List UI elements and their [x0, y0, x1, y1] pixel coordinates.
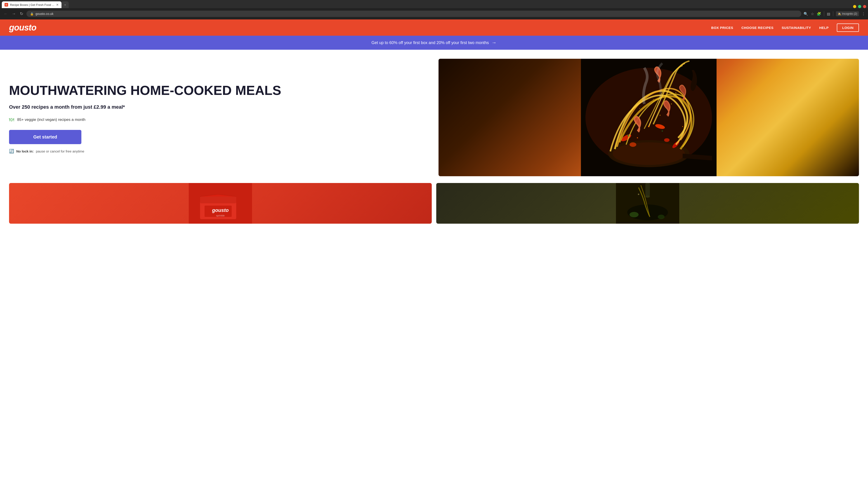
- tab-title: Recipe Boxes | Get Fresh Food ...: [10, 3, 54, 6]
- new-tab-button[interactable]: +: [61, 1, 69, 8]
- add-tab-icon: +: [64, 3, 66, 6]
- url-bar[interactable]: 🔒 gousto.co.uk: [26, 11, 801, 17]
- close-button[interactable]: [863, 5, 866, 8]
- forward-button[interactable]: →: [11, 11, 17, 17]
- tab-bar: G Recipe Boxes | Get Fresh Food ... ✕ +: [0, 0, 868, 8]
- svg-point-32: [638, 194, 639, 195]
- svg-text:gousto: gousto: [212, 207, 228, 213]
- address-bar-area: ← → ↻ 🔒 gousto.co.uk 🔍 ☆ 🧩 ▤ 🕵 Incognito…: [0, 8, 868, 20]
- menu-icon[interactable]: ⋮: [862, 12, 865, 16]
- cooking-visual: [436, 183, 859, 224]
- url-text: gousto.co.uk: [35, 12, 53, 15]
- no-lockin-detail: pause or cancel for free anytime: [36, 149, 84, 153]
- svg-point-13: [621, 122, 622, 123]
- incognito-indicator: 🕵 Incognito (2): [836, 11, 859, 16]
- website-content: gousto BOX PRICES CHOOSE RECIPES SUSTAIN…: [0, 20, 868, 228]
- lock-icon: 🔒: [30, 12, 34, 15]
- nav-links: BOX PRICES CHOOSE RECIPES SUSTAINABILITY…: [711, 24, 859, 32]
- no-lockin-bold: No lock in:: [16, 149, 34, 153]
- nav-choose-recipes[interactable]: CHOOSE RECIPES: [741, 26, 774, 30]
- maximize-button[interactable]: [858, 5, 861, 8]
- browser-window: G Recipe Boxes | Get Fresh Food ... ✕ + …: [0, 0, 868, 20]
- promo-banner[interactable]: Get up to 60% off your first box and 20%…: [0, 36, 868, 50]
- promo-text: Get up to 60% off your first box and 20%…: [371, 40, 489, 45]
- toolbar-divider-2: [833, 11, 833, 16]
- hero-food-image: [438, 59, 859, 176]
- browser-toolbar: 🔍 ☆ 🧩 ▤ 🕵 Incognito (2) ⋮: [804, 11, 865, 16]
- svg-rect-22: [200, 197, 236, 203]
- nav-box-prices[interactable]: BOX PRICES: [711, 26, 733, 30]
- tab-favicon: G: [4, 3, 8, 6]
- svg-point-11: [653, 99, 654, 100]
- svg-text:sprinkle: sprinkle: [216, 214, 225, 217]
- extensions-icon[interactable]: 🧩: [817, 12, 821, 16]
- svg-point-28: [629, 212, 639, 217]
- svg-point-16: [629, 142, 636, 147]
- feature-text: 85+ veggie (incl vegan) recipes a month: [17, 118, 86, 122]
- svg-point-7: [648, 126, 649, 127]
- gousto-box-visual: gousto sprinkle: [9, 183, 432, 224]
- site-logo[interactable]: gousto: [9, 23, 36, 33]
- svg-point-8: [659, 115, 660, 116]
- svg-point-10: [671, 103, 672, 104]
- reload-button[interactable]: ↻: [19, 10, 24, 17]
- hero-section: MOUTHWATERING HOME-COOKED MEALS Over 250…: [0, 50, 868, 183]
- svg-rect-30: [645, 183, 650, 197]
- cooking-card: [436, 183, 859, 224]
- search-icon[interactable]: 🔍: [804, 12, 808, 16]
- hero-content: MOUTHWATERING HOME-COOKED MEALS Over 250…: [9, 59, 430, 176]
- promo-arrow-icon: →: [492, 40, 497, 46]
- minimize-button[interactable]: [853, 5, 856, 8]
- tab-close-button[interactable]: ✕: [56, 3, 59, 6]
- incognito-label: Incognito (2): [842, 12, 857, 15]
- nav-help[interactable]: HELP: [819, 26, 829, 30]
- incognito-icon: 🕵: [838, 12, 841, 15]
- svg-point-15: [640, 108, 640, 109]
- svg-point-9: [637, 137, 638, 138]
- gousto-box-card: gousto sprinkle: [9, 183, 432, 224]
- food-visualization: [438, 59, 859, 176]
- hero-title: MOUTHWATERING HOME-COOKED MEALS: [9, 84, 430, 97]
- window-controls: [853, 5, 866, 8]
- sidebar-icon[interactable]: ▤: [827, 12, 830, 16]
- svg-point-14: [675, 92, 676, 93]
- login-button[interactable]: LOGIN: [837, 24, 859, 32]
- svg-point-31: [645, 195, 650, 198]
- get-started-button[interactable]: Get started: [9, 130, 81, 144]
- site-navigation: gousto BOX PRICES CHOOSE RECIPES SUSTAIN…: [0, 20, 868, 36]
- svg-point-17: [664, 138, 670, 142]
- svg-point-19: [662, 130, 663, 132]
- back-button[interactable]: ←: [3, 11, 8, 17]
- no-lockin-text: 🔄 No lock in: pause or cancel for free a…: [9, 149, 430, 154]
- cards-section: gousto sprinkle: [0, 183, 868, 228]
- star-icon[interactable]: ☆: [811, 12, 814, 16]
- no-lockin-icon: 🔄: [9, 149, 14, 154]
- active-tab[interactable]: G Recipe Boxes | Get Fresh Food ... ✕: [2, 1, 61, 8]
- svg-point-29: [658, 215, 664, 219]
- hero-feature: 🍽 85+ veggie (incl vegan) recipes a mont…: [9, 117, 430, 123]
- svg-point-12: [682, 126, 683, 127]
- veggie-icon: 🍽: [9, 117, 14, 123]
- nav-sustainability[interactable]: SUSTAINABILITY: [782, 26, 811, 30]
- toolbar-divider: [824, 11, 824, 16]
- hero-subtitle: Over 250 recipes a month from just £2.99…: [9, 104, 430, 111]
- svg-point-18: [627, 135, 629, 136]
